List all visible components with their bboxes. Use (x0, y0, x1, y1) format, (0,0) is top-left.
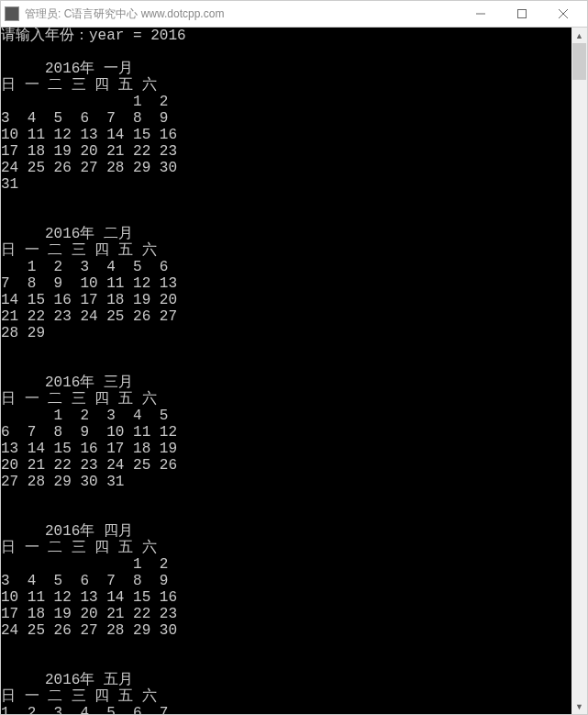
titlebar: 管理员: C语言研究中心 www.dotcpp.com (0, 0, 588, 28)
svg-rect-1 (517, 10, 526, 18)
console-output: 请输入年份：year = 2016 2016年 一月 日 一 二 三 四 五 六… (1, 28, 573, 714)
window-title: 管理员: C语言研究中心 www.dotcpp.com (25, 6, 460, 22)
scroll-track[interactable] (571, 43, 587, 698)
scroll-up-arrow[interactable]: ▲ (571, 28, 587, 43)
maximize-button[interactable] (501, 1, 542, 27)
window-controls (460, 1, 583, 27)
app-icon (5, 6, 19, 21)
scroll-down-arrow[interactable]: ▼ (571, 698, 587, 714)
minimize-button[interactable] (460, 1, 501, 27)
console-container: 请输入年份：year = 2016 2016年 一月 日 一 二 三 四 五 六… (0, 28, 588, 715)
scroll-thumb[interactable] (572, 43, 586, 80)
close-button[interactable] (542, 1, 583, 27)
vertical-scrollbar[interactable]: ▲ ▼ (571, 28, 587, 714)
